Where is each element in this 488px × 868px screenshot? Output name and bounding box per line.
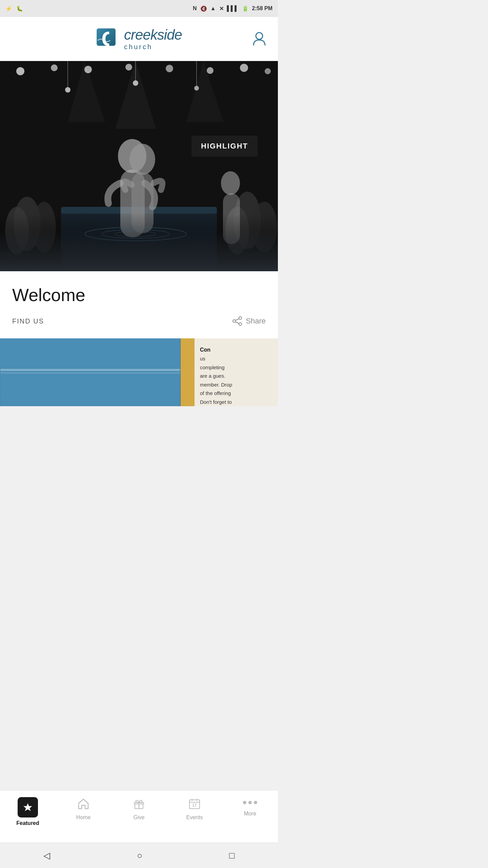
hero-banner: HIGHLIGHT — [0, 61, 278, 271]
card-inner: Con us completing are a gues. member. Dr… — [0, 338, 278, 406]
find-us-button[interactable]: FIND US — [12, 317, 44, 325]
svg-point-3 — [16, 67, 24, 75]
status-bar-left-icons: ⚡ 🐛 — [5, 5, 23, 12]
card-beige-stripe — [181, 338, 195, 406]
logo-text-group: creekside church — [124, 27, 182, 50]
wifi-icon: ▲ — [210, 5, 216, 12]
status-bar: ⚡ 🐛 N 🔇 ▲ ✕ ▌▌▌ 🔋 2:58 PM — [0, 0, 278, 17]
welcome-title: Welcome — [12, 285, 266, 305]
water-reflection — [0, 231, 278, 271]
svg-point-6 — [125, 64, 132, 71]
status-bar-right-icons: N 🔇 ▲ ✕ ▌▌▌ 🔋 2:58 PM — [193, 5, 272, 12]
svg-point-12 — [65, 87, 70, 93]
card-text-line-6: of the offering — [200, 389, 272, 398]
app-logo: creekside church — [96, 27, 182, 50]
svg-rect-44 — [1, 369, 180, 371]
data-icon: ✕ — [219, 5, 224, 12]
share-label: Share — [246, 317, 266, 326]
card-blue-area — [0, 338, 181, 406]
card-text-line-5: member. Drop — [200, 380, 272, 389]
highlight-badge: HIGHLIGHT — [191, 136, 258, 157]
logo-church-text: church — [124, 43, 182, 51]
svg-point-1 — [256, 33, 263, 39]
card-text-line-3: completing — [200, 363, 272, 372]
svg-point-27 — [129, 144, 155, 175]
logo-creekside-text: creekside — [124, 27, 182, 43]
bug-icon: 🐛 — [16, 5, 23, 12]
mute-icon: 🔇 — [200, 5, 207, 12]
logo-icon — [96, 28, 121, 50]
battery-icon: 🔋 — [242, 5, 249, 12]
svg-point-40 — [233, 320, 236, 322]
signal-icon: ▌▌▌ — [227, 5, 239, 12]
svg-point-32 — [221, 171, 240, 195]
card-text-line-7: Don't forget to — [200, 398, 272, 406]
nfc-icon: N — [193, 5, 197, 12]
welcome-actions: FIND US Share — [12, 316, 266, 326]
card-preview-section: Con us completing are a gues. member. Dr… — [0, 338, 278, 406]
svg-line-42 — [236, 322, 239, 323]
user-icon — [251, 30, 268, 47]
svg-point-38 — [239, 317, 242, 319]
svg-point-4 — [51, 64, 58, 71]
svg-point-7 — [166, 65, 173, 72]
card-blue-decoration — [0, 338, 181, 406]
card-text-line-2: us — [200, 354, 272, 363]
app-header: creekside church — [0, 17, 278, 61]
welcome-section: Welcome FIND US Share — [0, 271, 278, 338]
svg-point-9 — [240, 64, 248, 72]
svg-rect-45 — [1, 372, 180, 374]
share-icon — [232, 316, 242, 326]
svg-point-8 — [207, 67, 214, 74]
svg-point-39 — [239, 323, 242, 326]
usb-icon: ⚡ — [5, 5, 12, 12]
svg-point-10 — [265, 68, 271, 74]
card-text-header: Con — [200, 345, 272, 354]
time-display: 2:58 PM — [252, 5, 272, 12]
profile-button[interactable] — [251, 30, 268, 48]
share-button[interactable]: Share — [232, 316, 266, 326]
card-text-line-4: are a gues. — [200, 372, 272, 380]
svg-line-41 — [236, 319, 239, 320]
card-text-area: Con us completing are a gues. member. Dr… — [195, 338, 278, 406]
